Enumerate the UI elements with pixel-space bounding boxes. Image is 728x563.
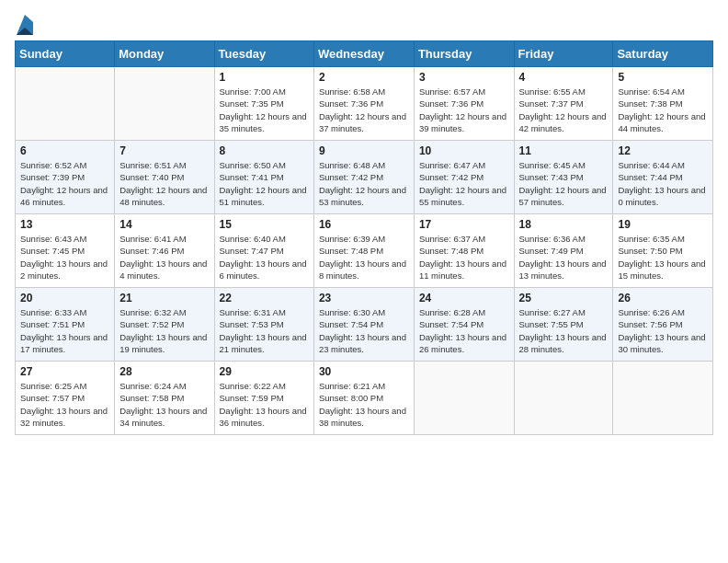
day-info: Sunrise: 6:44 AM Sunset: 7:44 PM Dayligh…: [618, 159, 708, 208]
day-info: Sunrise: 6:28 AM Sunset: 7:54 PM Dayligh…: [419, 306, 509, 355]
day-info: Sunrise: 6:24 AM Sunset: 7:58 PM Dayligh…: [119, 380, 209, 429]
day-info: Sunrise: 6:33 AM Sunset: 7:51 PM Dayligh…: [20, 306, 109, 355]
day-info: Sunrise: 6:47 AM Sunset: 7:42 PM Dayligh…: [419, 159, 509, 208]
calendar-day-cell: 8Sunrise: 6:50 AM Sunset: 7:41 PM Daylig…: [214, 141, 313, 214]
calendar-day-cell: 30Sunrise: 6:21 AM Sunset: 8:00 PM Dayli…: [313, 362, 414, 435]
day-number: 10: [419, 144, 509, 157]
calendar-week-row: 20Sunrise: 6:33 AM Sunset: 7:51 PM Dayli…: [16, 288, 713, 362]
calendar-day-cell: 22Sunrise: 6:31 AM Sunset: 7:53 PM Dayli…: [214, 288, 313, 362]
calendar-day-cell: 4Sunrise: 6:55 AM Sunset: 7:37 PM Daylig…: [514, 67, 613, 141]
day-number: 4: [519, 71, 609, 84]
day-info: Sunrise: 6:45 AM Sunset: 7:43 PM Dayligh…: [519, 159, 609, 208]
day-info: Sunrise: 6:36 AM Sunset: 7:49 PM Dayligh…: [519, 233, 609, 282]
calendar-day-header: Sunday: [16, 41, 115, 67]
calendar-day-header: Monday: [115, 41, 214, 67]
calendar-day-cell: 16Sunrise: 6:39 AM Sunset: 7:48 PM Dayli…: [313, 214, 414, 288]
day-info: Sunrise: 6:30 AM Sunset: 7:54 PM Dayligh…: [319, 306, 409, 355]
calendar-day-cell: [613, 362, 713, 435]
day-number: 17: [419, 218, 509, 231]
day-number: 24: [419, 292, 509, 304]
calendar-day-cell: 3Sunrise: 6:57 AM Sunset: 7:36 PM Daylig…: [414, 67, 514, 141]
calendar-table: SundayMondayTuesdayWednesdayThursdayFrid…: [15, 40, 713, 435]
calendar-day-cell: 13Sunrise: 6:43 AM Sunset: 7:45 PM Dayli…: [16, 214, 115, 288]
day-number: 19: [618, 218, 708, 231]
day-info: Sunrise: 6:31 AM Sunset: 7:53 PM Dayligh…: [220, 306, 309, 355]
day-info: Sunrise: 7:00 AM Sunset: 7:35 PM Dayligh…: [220, 86, 309, 134]
day-info: Sunrise: 6:54 AM Sunset: 7:38 PM Dayligh…: [618, 86, 708, 134]
day-number: 11: [519, 144, 609, 157]
calendar-day-cell: 6Sunrise: 6:52 AM Sunset: 7:39 PM Daylig…: [16, 141, 115, 214]
day-info: Sunrise: 6:43 AM Sunset: 7:45 PM Dayligh…: [20, 233, 109, 282]
day-number: 14: [119, 218, 209, 231]
calendar-day-header: Friday: [514, 41, 613, 67]
day-number: 25: [519, 292, 609, 304]
calendar-day-cell: [514, 362, 613, 435]
day-number: 15: [220, 218, 309, 231]
calendar-day-cell: 1Sunrise: 7:00 AM Sunset: 7:35 PM Daylig…: [214, 67, 313, 141]
calendar-header-row: SundayMondayTuesdayWednesdayThursdayFrid…: [16, 41, 713, 67]
day-info: Sunrise: 6:21 AM Sunset: 8:00 PM Dayligh…: [319, 380, 409, 429]
calendar-day-cell: 5Sunrise: 6:54 AM Sunset: 7:38 PM Daylig…: [613, 67, 713, 141]
calendar-day-cell: 23Sunrise: 6:30 AM Sunset: 7:54 PM Dayli…: [313, 288, 414, 362]
day-number: 21: [119, 292, 209, 304]
calendar-week-row: 6Sunrise: 6:52 AM Sunset: 7:39 PM Daylig…: [16, 141, 713, 214]
day-info: Sunrise: 6:22 AM Sunset: 7:59 PM Dayligh…: [220, 380, 309, 429]
day-info: Sunrise: 6:51 AM Sunset: 7:40 PM Dayligh…: [119, 159, 209, 208]
day-info: Sunrise: 6:27 AM Sunset: 7:55 PM Dayligh…: [519, 306, 609, 355]
calendar-day-cell: 25Sunrise: 6:27 AM Sunset: 7:55 PM Dayli…: [514, 288, 613, 362]
day-info: Sunrise: 6:32 AM Sunset: 7:52 PM Dayligh…: [119, 306, 209, 355]
day-number: 5: [618, 71, 708, 84]
day-number: 22: [220, 292, 309, 304]
day-number: 1: [220, 71, 309, 84]
calendar-day-header: Thursday: [414, 41, 514, 67]
day-number: 23: [319, 292, 409, 304]
calendar-day-cell: [115, 67, 214, 141]
day-number: 16: [319, 218, 409, 231]
calendar-week-row: 27Sunrise: 6:25 AM Sunset: 7:57 PM Dayli…: [16, 362, 713, 435]
day-number: 6: [20, 144, 109, 157]
calendar-day-cell: 21Sunrise: 6:32 AM Sunset: 7:52 PM Dayli…: [115, 288, 214, 362]
day-number: 9: [319, 144, 409, 157]
calendar-day-cell: 29Sunrise: 6:22 AM Sunset: 7:59 PM Dayli…: [214, 362, 313, 435]
day-number: 12: [618, 144, 708, 157]
day-info: Sunrise: 6:50 AM Sunset: 7:41 PM Dayligh…: [220, 159, 309, 208]
day-number: 29: [220, 365, 309, 378]
calendar-day-cell: 27Sunrise: 6:25 AM Sunset: 7:57 PM Dayli…: [16, 362, 115, 435]
calendar-day-cell: 28Sunrise: 6:24 AM Sunset: 7:58 PM Dayli…: [115, 362, 214, 435]
day-info: Sunrise: 6:48 AM Sunset: 7:42 PM Dayligh…: [319, 159, 409, 208]
calendar-day-cell: 17Sunrise: 6:37 AM Sunset: 7:48 PM Dayli…: [414, 214, 514, 288]
day-number: 26: [618, 292, 708, 304]
calendar-week-row: 1Sunrise: 7:00 AM Sunset: 7:35 PM Daylig…: [16, 67, 713, 141]
calendar-day-cell: 26Sunrise: 6:26 AM Sunset: 7:56 PM Dayli…: [613, 288, 713, 362]
page-header: [15, 15, 713, 31]
calendar-day-cell: 10Sunrise: 6:47 AM Sunset: 7:42 PM Dayli…: [414, 141, 514, 214]
calendar-day-cell: 7Sunrise: 6:51 AM Sunset: 7:40 PM Daylig…: [115, 141, 214, 214]
calendar-day-cell: 15Sunrise: 6:40 AM Sunset: 7:47 PM Dayli…: [214, 214, 313, 288]
day-number: 30: [319, 365, 409, 378]
day-info: Sunrise: 6:40 AM Sunset: 7:47 PM Dayligh…: [220, 233, 309, 282]
day-number: 8: [220, 144, 309, 157]
calendar-day-cell: 18Sunrise: 6:36 AM Sunset: 7:49 PM Dayli…: [514, 214, 613, 288]
day-info: Sunrise: 6:41 AM Sunset: 7:46 PM Dayligh…: [119, 233, 209, 282]
calendar-week-row: 13Sunrise: 6:43 AM Sunset: 7:45 PM Dayli…: [16, 214, 713, 288]
day-info: Sunrise: 6:35 AM Sunset: 7:50 PM Dayligh…: [618, 233, 708, 282]
day-info: Sunrise: 6:58 AM Sunset: 7:36 PM Dayligh…: [319, 86, 409, 134]
day-number: 28: [119, 365, 209, 378]
calendar-day-header: Wednesday: [313, 41, 414, 67]
logo: [15, 15, 33, 31]
day-info: Sunrise: 6:26 AM Sunset: 7:56 PM Dayligh…: [618, 306, 708, 355]
calendar-day-cell: [16, 67, 115, 141]
day-number: 3: [419, 71, 509, 84]
calendar-day-cell: 12Sunrise: 6:44 AM Sunset: 7:44 PM Dayli…: [613, 141, 713, 214]
calendar-day-cell: 14Sunrise: 6:41 AM Sunset: 7:46 PM Dayli…: [115, 214, 214, 288]
logo-icon: [17, 15, 33, 35]
calendar-day-cell: 20Sunrise: 6:33 AM Sunset: 7:51 PM Dayli…: [16, 288, 115, 362]
day-number: 2: [319, 71, 409, 84]
day-number: 27: [20, 365, 109, 378]
day-number: 20: [20, 292, 109, 304]
calendar-day-cell: 9Sunrise: 6:48 AM Sunset: 7:42 PM Daylig…: [313, 141, 414, 214]
day-info: Sunrise: 6:25 AM Sunset: 7:57 PM Dayligh…: [20, 380, 109, 429]
day-number: 13: [20, 218, 109, 231]
calendar-day-cell: 19Sunrise: 6:35 AM Sunset: 7:50 PM Dayli…: [613, 214, 713, 288]
calendar-day-header: Saturday: [613, 41, 713, 67]
